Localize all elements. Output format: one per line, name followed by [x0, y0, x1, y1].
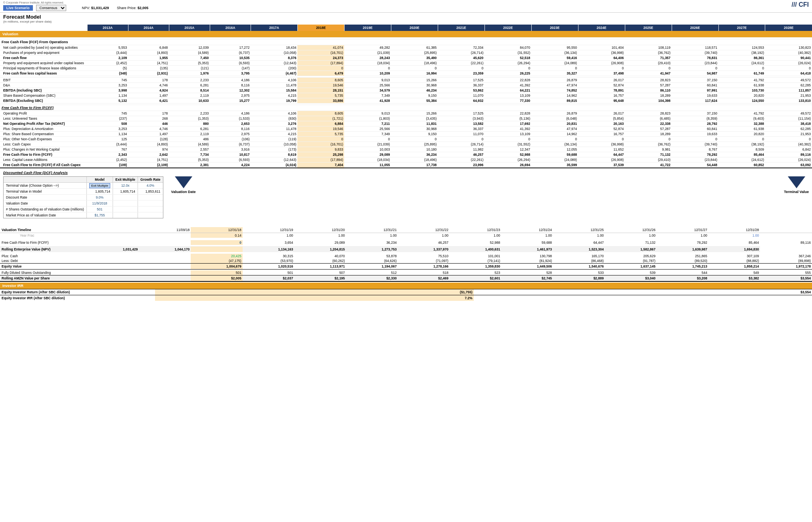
- timeline-dates-row: Valuation Timeline 11/09/18 12/31/18 12/…: [0, 227, 812, 233]
- cfi-logo: /// CFI: [791, 1, 809, 8]
- table-row: Less: Unlevered Taxes (237)268(1,353)(1,…: [0, 116, 812, 121]
- npv-rolling-row: Rolling Enterprise Value (NPV) 1,031,429…: [0, 246, 812, 252]
- col-2022e: 2022E: [485, 25, 531, 31]
- table-row: Free Cash Flow to Firm (FCFF) If All Cas…: [0, 163, 812, 168]
- year-frac-row: Year Frac 0.14 1.00 1.00 1.00 1.00 1.00 …: [0, 233, 812, 238]
- valuation-section-label: Valuation: [0, 31, 812, 38]
- col-2017a: 2017A: [251, 25, 298, 31]
- terminal-value-label-arrow: Terminal Value: [784, 190, 809, 194]
- market-price-row: Market Price as of Valuation Date $1,755: [4, 212, 163, 218]
- valuation-date-row: Valuation Date 11/9/2018: [4, 201, 163, 207]
- table-row: Less: Capital Lease Additions (2,452)(4,…: [0, 157, 812, 163]
- terminal-value-row: Terminal Value (Choose Option -->) Exit …: [4, 183, 163, 189]
- col-2028e: 2028E: [765, 25, 812, 31]
- col-2013a: 2013A: [87, 25, 128, 31]
- table-row: EBITDA (Including SBC) 3,9984,9248,51412…: [0, 88, 812, 93]
- table-row: Plus: Changes in Net Working Capital 767…: [0, 147, 812, 152]
- table-row: Share Based Compensation (SBC) 1,1341,49…: [0, 93, 812, 98]
- share-price-value: $2,005: [138, 6, 149, 10]
- equity-value-row: Equity Value 1,004,679 1,020,516 1,113,9…: [0, 263, 812, 269]
- table-row: Free cash flow 2,1091,9557,45010,5358,37…: [0, 55, 812, 61]
- dcf-header-row: Model Exit Multiple Growth Rate: [4, 177, 163, 183]
- col-2021e: 2021E: [438, 25, 485, 31]
- table-row: Principal repayments of finance lease ob…: [0, 66, 812, 71]
- table-row: Net cash provided by (used in) operating…: [0, 45, 812, 50]
- valuation-date-label-arrow: Valuation Date: [171, 190, 196, 194]
- page-subtitle: (in millions, except per share data): [3, 20, 809, 23]
- col-2026e: 2026E: [672, 25, 718, 31]
- equity-irr-row: Equity Investor IRR (After SBC dilution)…: [0, 295, 812, 301]
- table-row: D&A 3,2534,7466,2818,11611,478 19,546 25…: [0, 83, 812, 88]
- col-2024e: 2024E: [578, 25, 625, 31]
- debt-row: Less: Debt (47,175) (53,970) (60,262) (6…: [0, 258, 812, 264]
- col-2014a: 2014A: [128, 25, 169, 31]
- col-2016a: 2016A: [210, 25, 251, 31]
- page-title: Forecast Model: [3, 14, 809, 20]
- col-2018e: 2018E: [297, 25, 344, 31]
- col-2027e: 2027E: [718, 25, 765, 31]
- fcf-section-header: Free Cash Flow (FCF) From Operations: [0, 39, 812, 45]
- copyright: © Corporate Finance Institute. All right…: [3, 1, 66, 4]
- table-row: EBITDA (Excluding SBC) 5,1326,42110,6331…: [0, 98, 812, 103]
- amzn-share-row: Rolling AMZN Value per Share $2,005 $2,0…: [0, 275, 812, 282]
- table-row: Purchases of property and equipment (3,4…: [0, 50, 812, 55]
- table-row: Operating Profit 7451782,2334,1864,106 8…: [0, 111, 812, 116]
- irr-header-row: Investor IRR: [0, 283, 812, 289]
- npv-label: NPV:: [82, 6, 90, 10]
- cash-row: Plus: Cash 20,425 30,315 40,070 53,878 7…: [0, 254, 812, 258]
- table-row: Plus: Depreciation & Amortization 3,2534…: [0, 126, 812, 132]
- fcff-timeline-row: Free Cash Flow to Firm (FCFF) 0 3,654 29…: [0, 240, 812, 245]
- table-row: Free Cash Flow to Firm (FCFF) 2,3432,642…: [0, 152, 812, 157]
- fcff-section-header: Free Cash Flow to Firm (FCFF): [0, 105, 812, 111]
- col-2015a: 2015A: [169, 25, 210, 31]
- terminal-value-model-row: Terminal Value in Model 1,605,714 1,605,…: [4, 189, 163, 195]
- valuation-date-arrow: [175, 176, 192, 188]
- dcf-box: Model Exit Multiple Growth Rate Terminal…: [3, 176, 163, 218]
- column-header-row: 2013A 2014A 2015A 2016A 2017A 2018E 2019…: [0, 25, 812, 31]
- equity-return-row: Equity Investor Return (After SBC diluti…: [0, 289, 812, 295]
- valuation-date-label: Valuation Date: [4, 201, 86, 207]
- valuation-header-row: Valuation: [0, 31, 812, 38]
- table-row: Plus: Share Based Compensation 1,1341,49…: [0, 132, 812, 137]
- shares-outstanding-row: # Shares Outstanding as of Valuation Dat…: [4, 207, 163, 212]
- col-2025e: 2025E: [625, 25, 672, 31]
- npv-value: $1,031,429: [91, 6, 109, 10]
- terminal-value-arrow: [788, 176, 805, 188]
- table-row: Plus: Other Non-Cash Expenses 125(128)48…: [0, 137, 812, 142]
- consensus-select[interactable]: Consensus: [36, 5, 66, 11]
- live-scenario-label: Live Scenario: [3, 5, 33, 11]
- discount-rate-row: Discount Rate 9.0%: [4, 195, 163, 201]
- table-row: EBIT 7451782,2334,1864,106 8,605 9,01315…: [0, 78, 812, 83]
- shares-row: Fully Diluted Shares Outstanding 501 501…: [0, 270, 812, 275]
- table-row: Less: Cash Capex (3,444)(4,893)(4,589)(6…: [0, 142, 812, 147]
- col-2020e: 2020E: [391, 25, 438, 31]
- share-price-label: Share Price:: [117, 6, 137, 10]
- dcf-section-title: Discounted Cash Flow (DCF) Analysis: [3, 171, 809, 175]
- col-2023e: 2023E: [531, 25, 578, 31]
- table-row: Property and equipment acquired under ca…: [0, 61, 812, 66]
- exit-multiple-button[interactable]: Exit Multiple: [89, 183, 110, 188]
- table-row: Net Operating Profit After Tax (NOPAT) 5…: [0, 121, 812, 126]
- col-2019e: 2019E: [344, 25, 391, 31]
- table-row: Free cash flow less capital leases (348)…: [0, 71, 812, 76]
